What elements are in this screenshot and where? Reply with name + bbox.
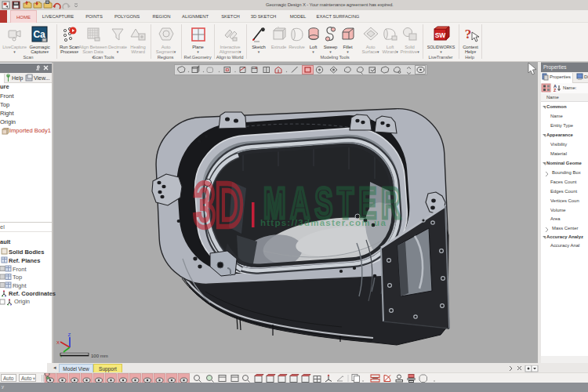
svg-text:3D: 3D: [194, 170, 243, 240]
svg-text:SW: SW: [434, 31, 446, 39]
svg-text:100 mm: 100 mm: [91, 354, 108, 358]
svg-text:Z: Z: [68, 332, 71, 337]
svg-text:?: ?: [465, 27, 471, 42]
svg-text:X: X: [56, 340, 60, 345]
svg-text:https://3dmaster.com.ua: https://3dmaster.com.ua: [260, 218, 387, 227]
